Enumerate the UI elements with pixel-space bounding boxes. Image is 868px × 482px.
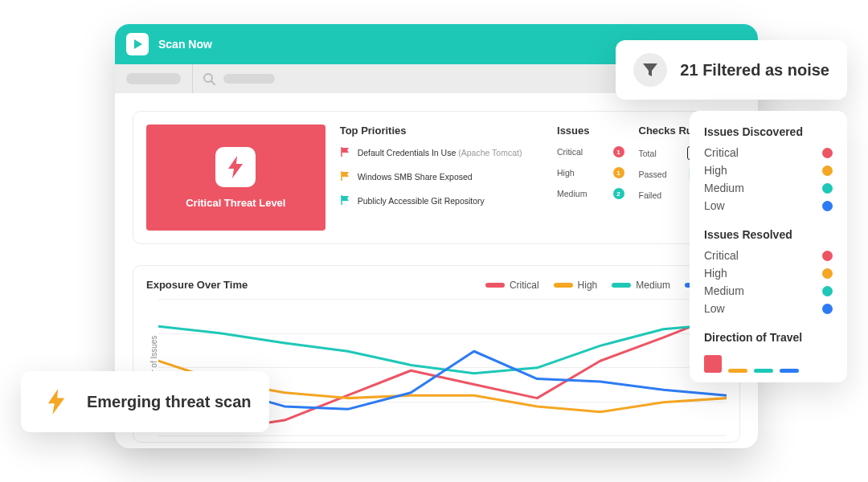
issue-row: Medium2 xyxy=(557,188,624,199)
toolbar-placeholder-2 xyxy=(223,74,275,84)
top-priorities-section: Top Priorities Default Credentials In Us… xyxy=(340,125,542,231)
issues-section: Issues Critical1High1Medium2 xyxy=(557,125,624,231)
play-icon[interactable] xyxy=(126,33,149,55)
svg-marker-7 xyxy=(643,63,657,76)
issues-discovered-title: Issues Discovered xyxy=(704,125,833,138)
svg-marker-3 xyxy=(228,156,243,178)
toolbar-divider xyxy=(192,64,193,93)
severity-row: Medium xyxy=(704,284,833,297)
threat-level-label: Critical Threat Level xyxy=(186,197,285,209)
severity-row: Critical xyxy=(704,249,833,262)
severity-row: Medium xyxy=(704,182,833,194)
legend-medium: Medium xyxy=(612,280,670,291)
svg-marker-0 xyxy=(134,39,142,49)
legend-high: High xyxy=(554,280,598,291)
summary-card: Critical Threat Level Top Priorities Def… xyxy=(133,111,740,244)
severity-row: Low xyxy=(704,302,833,315)
svg-marker-8 xyxy=(48,389,65,415)
emerging-threat-card: Emerging threat scan xyxy=(21,371,269,432)
direction-indicator xyxy=(704,352,833,373)
severity-row: Low xyxy=(704,199,833,212)
side-panel: Issues Discovered CriticalHighMediumLow … xyxy=(690,111,847,382)
direction-of-travel-title: Direction of Travel xyxy=(704,331,833,344)
svg-line-2 xyxy=(211,81,215,84)
bolt-icon xyxy=(39,384,74,419)
legend-critical: Critical xyxy=(485,280,539,291)
flag-icon xyxy=(340,194,351,207)
chart-title: Exposure Over Time xyxy=(146,279,248,291)
flag-icon xyxy=(340,170,351,183)
top-priorities-title: Top Priorities xyxy=(340,125,542,137)
search-icon[interactable] xyxy=(203,72,215,85)
severity-row: Critical xyxy=(704,146,833,159)
priority-row[interactable]: Windows SMB Share Exposed xyxy=(340,170,542,183)
severity-row: High xyxy=(704,164,833,177)
filtered-noise-text: 21 Filtered as noise xyxy=(680,61,829,80)
issues-resolved-title: Issues Resolved xyxy=(704,228,833,241)
toolbar-placeholder-1 xyxy=(126,73,181,84)
issues-title: Issues xyxy=(557,125,624,137)
severity-row: High xyxy=(704,267,833,280)
priority-row[interactable]: Publicly Accessible Git Repository xyxy=(340,194,542,207)
bolt-icon xyxy=(215,147,256,187)
threat-level-tile: Critical Threat Level xyxy=(146,125,326,231)
emerging-threat-label: Emerging threat scan xyxy=(87,393,252,411)
filter-icon xyxy=(633,53,667,87)
issue-row: High1 xyxy=(557,167,624,178)
scan-now-button[interactable]: Scan Now xyxy=(158,38,212,51)
priority-row[interactable]: Default Credentials In Use(Apache Tomcat… xyxy=(340,146,542,159)
filtered-noise-card: 21 Filtered as noise xyxy=(616,40,847,100)
flag-icon xyxy=(340,146,351,159)
issue-row: Critical1 xyxy=(557,146,624,157)
